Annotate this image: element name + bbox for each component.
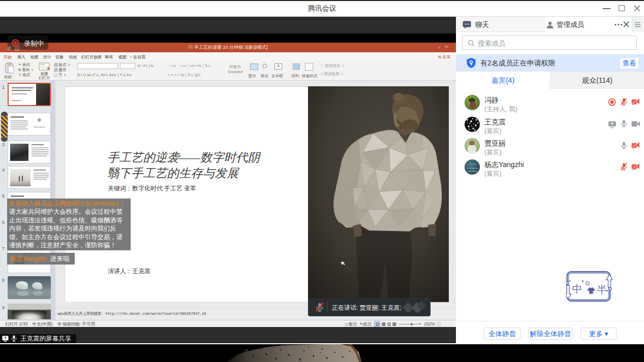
- svg-text:’: ’: [581, 279, 584, 288]
- svg-text:半: 半: [597, 284, 607, 295]
- svg-text:中: 中: [572, 283, 582, 294]
